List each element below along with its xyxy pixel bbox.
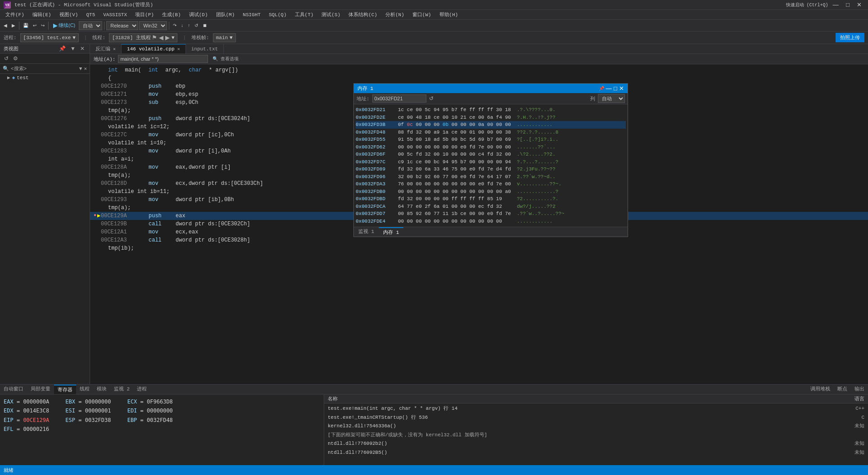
toolbar-step-in[interactable]: ↓ [179, 22, 185, 29]
menu-team[interactable]: 团队(M) [212, 10, 239, 19]
tab-disassembly[interactable]: 反汇编 ✕ [90, 44, 122, 54]
address-input[interactable] [118, 55, 208, 63]
toolbar-step-out[interactable]: ↑ [186, 22, 192, 29]
sidebar-pin-btn[interactable]: 📌 [58, 45, 67, 52]
menu-view[interactable]: 视图(V) [56, 10, 82, 19]
mem-addr-13: 0x0032FDCA [356, 203, 396, 211]
menu-arch[interactable]: 体系结构(C) [345, 10, 381, 19]
search-options-icon[interactable]: 🔍 查看选项 [212, 56, 239, 62]
toolbar-sep2 [48, 22, 49, 30]
tab-process[interactable]: 进程 [133, 385, 150, 394]
reg-ecx-name: ECX [127, 399, 137, 405]
tab-watch2[interactable]: 监视 2 [110, 385, 133, 394]
memory-addr-input[interactable] [372, 94, 426, 103]
menu-qt5[interactable]: QT5 [82, 11, 99, 18]
menu-sql[interactable]: SQL(Q) [265, 11, 290, 18]
tab-input-txt[interactable]: input.txt [186, 44, 224, 54]
debug-target-dropdown[interactable]: 自动 [79, 21, 102, 30]
minimize-button[interactable]: — [830, 1, 841, 8]
code-addr-1: 00CE1270 [101, 82, 141, 90]
toolbar-forward[interactable]: ▶ [10, 22, 17, 29]
tab-close-disassembly[interactable]: ✕ [113, 46, 116, 52]
window-title: test (正在调试) - Microsoft Visual Studio(管理… [14, 1, 153, 8]
tab-modules[interactable]: 模块 [93, 385, 110, 394]
tab-volatile-cpp[interactable]: 146 volatile.cpp ✕ [122, 44, 186, 54]
toolbar-restart[interactable]: ↺ [193, 22, 200, 29]
memory-restore-btn[interactable]: □ [614, 85, 617, 92]
mem-addr-11: 0x0032FDB0 [356, 188, 396, 196]
toolbar-undo[interactable]: ↩ [31, 22, 38, 29]
tab-breakpoints[interactable]: 断点 [834, 385, 851, 394]
memory-col-dropdown[interactable]: 自动 [598, 94, 625, 103]
cs-name-0: test.exe!main(int argc, char * * argv) 行… [328, 405, 457, 413]
thread-next-btn[interactable]: ▶ [164, 34, 171, 41]
address-label: 地址(A): [94, 56, 115, 63]
mem-bytes-13: 64 77 e0 2f 6a 01 00 00 00 ec fd 32 [398, 203, 515, 211]
code-src-text1b: main( [125, 66, 141, 74]
memory-refresh-btn[interactable]: ↺ [429, 95, 434, 102]
process-dropdown-icon[interactable]: ▼ [72, 35, 76, 40]
sidebar-close-btn[interactable]: ✕ [79, 45, 86, 52]
memory-tab-mem1[interactable]: 内存 1 [379, 227, 403, 237]
search-close-icon[interactable]: ✕ [84, 66, 87, 72]
mem-bytes-9: 32 00 b2 92 60 77 00 e0 fd 7e 64 17 07 [398, 173, 515, 181]
toolbar-back[interactable]: ◀ [2, 22, 9, 29]
config-dropdown[interactable]: Release [106, 21, 138, 30]
toolbar-save[interactable]: 💾 [21, 22, 30, 29]
menu-project[interactable]: 项目(P) [131, 10, 158, 19]
tab-callstack-bottom[interactable]: 调用堆栈 [807, 385, 834, 394]
toolbar-redo[interactable]: ↪ [39, 22, 46, 29]
reg-ecx-val: 0F9663D8 [147, 399, 173, 405]
upload-button[interactable]: 拍照上传 [836, 33, 864, 42]
menu-build[interactable]: 生成(B) [158, 10, 185, 19]
mem-addr-9: 0x0032FD96 [356, 173, 396, 181]
sidebar-settings-btn[interactable]: ⚙ [12, 55, 19, 62]
menu-analysis[interactable]: 分析(N) [382, 10, 408, 19]
main-toolbar: ◀ ▶ 💾 ↩ ↪ ▶ 继续(C) 自动 Release Win32 ↷ ↓ ↑… [0, 20, 868, 31]
reg-line-1: EAX = 0000000A EBX = 00000000 ECX = 0F96… [4, 397, 320, 406]
toolbar-stop[interactable]: ⏹ [201, 22, 209, 29]
sidebar-down-btn[interactable]: ▼ [69, 45, 77, 52]
continue-button[interactable]: ▶ 继续(C) [50, 21, 78, 30]
code-operand-7: eax,dword ptr [i] [176, 163, 231, 171]
toolbar-step-over[interactable]: ↷ [171, 22, 178, 29]
reg-eax-name: EAX [4, 399, 14, 405]
menu-help[interactable]: 帮助(H) [436, 10, 462, 19]
menu-vassistx[interactable]: VASSISTX [99, 11, 131, 18]
close-button[interactable]: ✕ [854, 1, 864, 8]
tab-registers-active[interactable]: 寄存器 [54, 385, 76, 394]
menu-tools[interactable]: 工具(T) [291, 10, 317, 19]
sidebar-item-test[interactable]: ▶ ◈ test [0, 74, 90, 81]
code-instr-4: push [149, 115, 176, 123]
reg-edx-val: 0014E3C8 [23, 408, 49, 414]
reg-line-4: EFL = 00000216 [4, 425, 320, 434]
platform-dropdown[interactable]: Win32 [139, 21, 167, 30]
menu-bar: 文件(F) 编辑(E) 视图(V) QT5 VASSISTX 项目(P) 生成(… [0, 10, 868, 20]
thread-filter-btn[interactable]: ⚑ [151, 34, 158, 41]
menu-debug[interactable]: 调试(D) [185, 10, 212, 19]
code-src-tmp1: tmp(a); [108, 107, 131, 115]
maximize-button[interactable]: □ [843, 1, 852, 8]
tab-output[interactable]: 输出 [851, 385, 868, 394]
menu-nsight[interactable]: NSIGHT [239, 11, 264, 18]
sidebar-refresh-btn[interactable]: ↺ [3, 55, 10, 62]
thread-dropdown-icon[interactable]: ▼ [172, 35, 175, 40]
memory-pin-btn[interactable]: 📌 [599, 85, 604, 92]
tab-close-volatile[interactable]: ✕ [177, 46, 180, 52]
thread-prev-btn[interactable]: ◀ [158, 34, 164, 41]
tab-threads[interactable]: 线程 [76, 385, 93, 394]
mem-bytes-4: 91 5b 00 18 ad 5b 00 bc 5d 69 b7 00 69 [398, 136, 515, 143]
menu-edit[interactable]: 编辑(E) [29, 10, 55, 19]
menu-file[interactable]: 文件(F) [2, 10, 28, 19]
mem-ascii-13: dw?/j.....??2 [517, 203, 556, 211]
stack-dropdown-icon[interactable]: ▼ [230, 35, 233, 40]
memory-tab-watch1[interactable]: 监视 1 [354, 227, 379, 237]
menu-test[interactable]: 测试(S) [318, 10, 344, 19]
search-filter-icon[interactable]: ▼ [79, 66, 82, 72]
menu-window[interactable]: 窗口(W) [409, 10, 435, 19]
tab-label-volatile: 146 volatile.cpp [127, 46, 175, 52]
tab-auto-window[interactable]: 自动窗口 [0, 385, 27, 394]
tab-locals[interactable]: 局部变量 [27, 385, 54, 394]
memory-minimize-btn[interactable]: — [606, 85, 612, 92]
memory-close-btn[interactable]: ✕ [619, 85, 624, 92]
